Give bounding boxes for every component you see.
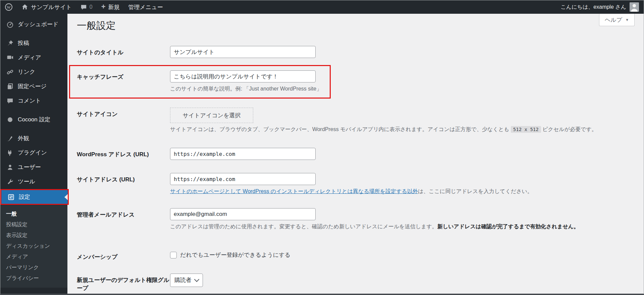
admin-email-desc-normal: このアドレスは管理のために使用されます。変更すると、確認のため新しいアドレスにメ… (170, 224, 437, 229)
sidebar-item-label: ダッシュボード (18, 20, 58, 28)
help-label: ヘルプ (605, 16, 622, 24)
page-title: 一般設定 (77, 14, 637, 32)
sidebar-item-settings[interactable]: 設定 (1, 190, 68, 204)
sidebar-item-pages[interactable]: 固定ページ (0, 79, 67, 94)
comments-link[interactable]: 0 (76, 0, 97, 14)
chevron-down-icon: ▼ (625, 18, 629, 22)
sidebar-item-media[interactable]: メディア (0, 50, 67, 65)
submenu-item-discussion[interactable]: ディスカッション (0, 241, 67, 251)
site-icon-desc-before: サイトアイコンは、ブラウザのタブ、ブックマークバー、WordPress モバイル… (170, 126, 509, 132)
my-account-menu[interactable]: こんにちは、example さん (560, 0, 644, 14)
settings-submenu: 一般 投稿設定 表示設定 ディスカッション メディア パーマリンク プライバシー (0, 205, 67, 288)
sidebar-item-label: 外観 (18, 134, 29, 142)
admin-sidebar: ダッシュボード 投稿 メディア リンク (0, 14, 67, 294)
sidebar-item-label: リンク (18, 68, 35, 76)
menu-separator (0, 32, 67, 36)
wordpress-logo-icon: W (5, 3, 13, 11)
sidebar-item-label: プラグイン (18, 149, 47, 157)
wrench-icon (6, 178, 14, 185)
site-title-input[interactable] (170, 46, 316, 58)
submenu-item-media[interactable]: メディア (0, 251, 67, 262)
visit-site-link[interactable]: サンプルサイト (17, 0, 76, 14)
site-icon-desc-after: ピクセルが必要です。 (542, 126, 597, 132)
wp-address-input[interactable] (170, 148, 316, 160)
sidebar-item-label: ツール (18, 178, 35, 185)
comment-icon (6, 98, 14, 104)
user-icon (6, 164, 14, 171)
admin-email-row: 管理者メールアドレス このアドレスは管理のために使用されます。変更すると、確認の… (77, 208, 637, 230)
help-button[interactable]: ヘルプ ▼ (599, 14, 635, 26)
comment-count: 0 (90, 4, 93, 10)
home-icon (21, 4, 28, 10)
circle-icon (6, 116, 14, 123)
tagline-label: キャッチフレーズ (77, 70, 170, 81)
site-icon-row: サイトアイコン サイトアイコンを選択 サイトアイコンは、ブラウザのタブ、ブックマ… (77, 108, 637, 133)
default-role-label: 新規ユーザーのデフォルト権限グループ (77, 274, 170, 293)
site-icon-label: サイトアイコン (77, 108, 170, 119)
new-label: 新規 (108, 3, 120, 11)
membership-checkbox-label: だれでもユーザー登録ができるようにする (180, 251, 290, 259)
sidebar-item-appearance[interactable]: 外観 (0, 131, 67, 145)
choose-site-icon-button[interactable]: サイトアイコンを選択 (170, 108, 253, 123)
greeting-text: こんにちは、example さん (560, 4, 626, 11)
admin-bar-site-name: サンプルサイト (31, 3, 72, 11)
submenu-item-general[interactable]: 一般 (0, 209, 67, 219)
menu-separator (0, 127, 67, 131)
wordpress-logo-menu[interactable]: W (0, 0, 17, 14)
svg-text:W: W (7, 5, 11, 10)
admin-email-input[interactable] (170, 208, 316, 220)
sidebar-item-cocoon-settings[interactable]: Cocoon 設定 (0, 112, 67, 127)
sidebar-item-links[interactable]: リンク (0, 65, 67, 79)
chevron-down-icon (194, 277, 200, 282)
sidebar-item-dashboard[interactable]: ダッシュボード (0, 17, 67, 32)
site-title-row: サイトのタイトル (77, 46, 637, 58)
tagline-input[interactable] (170, 70, 316, 82)
sidebar-item-plugins[interactable]: プラグイン (0, 145, 67, 160)
comment-bubble-icon (80, 4, 87, 10)
membership-row: メンバーシップ だれでもユーザー登録ができるようにする (77, 250, 637, 261)
submenu-item-privacy[interactable]: プライバシー (0, 273, 67, 284)
submenu-item-reading[interactable]: 表示設定 (0, 230, 67, 241)
membership-label: メンバーシップ (77, 250, 170, 261)
membership-checkbox[interactable] (170, 252, 177, 258)
submenu-item-writing[interactable]: 投稿設定 (0, 219, 67, 230)
wordpress-admin-page: W サンプルサイト 0 + 新規 管理メニュー (0, 0, 644, 295)
settings-icon (7, 194, 15, 200)
sidebar-item-label: メディア (18, 54, 41, 61)
icon-size-code-badge: 512 x 512 (511, 126, 541, 133)
sidebar-item-label: 設定 (19, 193, 30, 201)
site-address-input[interactable] (170, 173, 316, 185)
menu-separator (0, 108, 67, 112)
avatar (630, 2, 639, 12)
default-role-select[interactable]: 購読者 (170, 274, 203, 287)
sidebar-item-tools[interactable]: ツール (0, 174, 67, 189)
sidebar-item-users[interactable]: ユーザー (0, 160, 67, 174)
default-role-value: 購読者 (174, 276, 192, 284)
sidebar-item-label: 固定ページ (18, 82, 47, 90)
sidebar-item-comments[interactable]: コメント (0, 94, 67, 108)
new-content-menu[interactable]: + 新規 (97, 0, 124, 14)
tagline-description: このサイトの簡単な説明。例: 「Just another WordPress s… (170, 85, 637, 93)
submenu-item-permalink[interactable]: パーマリンク (0, 262, 67, 273)
sidebar-item-label: ユーザー (18, 163, 41, 171)
settings-highlight-box: 設定 (0, 189, 69, 205)
site-address-desc-after: は、ここに同じアドレスを入力してください。 (418, 188, 533, 194)
wp-address-label: WordPress アドレス (URL) (77, 148, 170, 159)
sidebar-item-posts[interactable]: 投稿 (0, 36, 67, 50)
admin-menu-label: 管理メニュー (128, 3, 163, 11)
brush-icon (6, 135, 14, 142)
admin-menu-link[interactable]: 管理メニュー (124, 0, 167, 14)
sidebar-item-label: コメント (18, 97, 41, 105)
sidebar-item-label: Cocoon 設定 (18, 116, 50, 123)
site-address-description: サイトのホームページとして WordPress のインストールディレクトリとは異… (170, 188, 637, 195)
plus-icon: + (101, 3, 106, 10)
pages-icon (6, 83, 14, 90)
general-settings-form: サイトのタイトル キャッチフレーズ このサイトの簡単な説明。例: 「Just a… (77, 46, 637, 293)
site-address-row: サイトアドレス (URL) サイトのホームページとして WordPress のイ… (77, 173, 637, 195)
sidebar-item-label: 投稿 (18, 39, 29, 47)
dashboard-icon (6, 21, 14, 28)
site-address-help-link[interactable]: サイトのホームページとして WordPress のインストールディレクトリとは異… (170, 188, 418, 194)
media-icon (6, 54, 14, 61)
site-address-label: サイトアドレス (URL) (77, 173, 170, 184)
pin-icon (6, 40, 14, 47)
